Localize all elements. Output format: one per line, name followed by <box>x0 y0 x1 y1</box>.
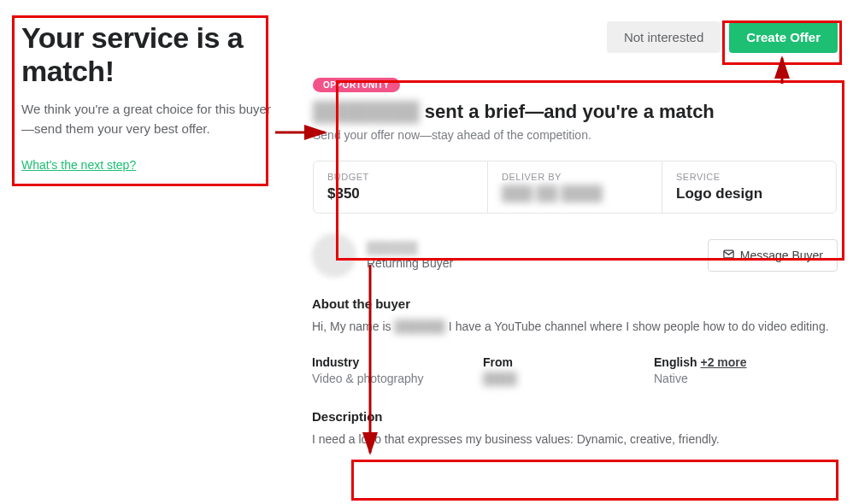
message-buyer-button[interactable]: Message Buyer <box>708 239 838 272</box>
next-step-link[interactable]: What's the next step? <box>21 158 136 172</box>
buyer-name: ██████ <box>367 241 453 255</box>
about-text: Hi, My name is ██████ I have a YouTube c… <box>312 318 838 337</box>
buyer-name-hidden: ████████ <box>313 101 420 123</box>
returning-buyer-badge: Returning Buyer <box>367 256 453 270</box>
stat-budget-label: BUDGET <box>327 172 474 182</box>
stats-row: BUDGET $350 DELIVER BY ███ ██ ████ SERVI… <box>313 161 837 214</box>
more-languages-link[interactable]: +2 more <box>700 355 746 369</box>
stat-service-value: Logo design <box>676 185 822 202</box>
about-heading: About the buyer <box>312 296 838 311</box>
not-interested-button[interactable]: Not interested <box>607 21 721 53</box>
create-offer-button[interactable]: Create Offer <box>729 21 838 53</box>
avatar <box>312 233 356 278</box>
card-title: ████████ sent a brief—and you're a match <box>313 101 837 123</box>
description-text: I need a logo that expresses my business… <box>312 431 838 449</box>
opportunity-badge: OPPORTUNITY <box>313 78 400 92</box>
stat-service: SERVICE Logo design <box>662 161 836 213</box>
meta-from: From ████ <box>483 355 603 385</box>
page-subtitle: We think you're a great choice for this … <box>21 100 278 138</box>
page-title: Your service is a match! <box>21 21 278 88</box>
stat-service-label: SERVICE <box>676 172 822 182</box>
stat-deliver-label: DELIVER BY <box>502 172 648 182</box>
opportunity-card: OPPORTUNITY ████████ sent a brief—and yo… <box>312 68 838 233</box>
card-subtitle: Send your offer now—stay ahead of the co… <box>313 128 837 142</box>
meta-industry: Industry Video & photography <box>312 355 432 385</box>
meta-language: English +2 more Native <box>654 355 774 385</box>
description-heading: Description <box>312 409 838 424</box>
stat-deliver-value: ███ ██ ████ <box>502 185 648 202</box>
stat-deliver: DELIVER BY ███ ██ ████ <box>488 161 662 213</box>
stat-budget: BUDGET $350 <box>314 161 488 213</box>
envelope-icon <box>722 248 735 263</box>
stat-budget-value: $350 <box>327 185 474 202</box>
